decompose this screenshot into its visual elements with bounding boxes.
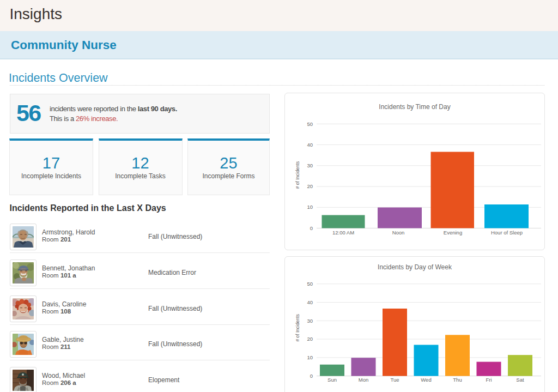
svg-text:Incidents by Time of Day: Incidents by Time of Day	[379, 103, 450, 111]
svg-text:# of Incidents: # of Incidents	[295, 314, 300, 342]
svg-text:50: 50	[307, 121, 313, 127]
svg-text:30: 30	[307, 162, 313, 168]
svg-text:Sun: Sun	[327, 377, 337, 383]
svg-text:Noon: Noon	[392, 230, 405, 236]
svg-text:Hour of Sleep: Hour of Sleep	[491, 230, 523, 236]
svg-text:10: 10	[307, 354, 313, 360]
svg-text:Tue: Tue	[390, 377, 399, 383]
svg-text:Wed: Wed	[421, 377, 431, 383]
svg-text:20: 20	[307, 336, 313, 342]
svg-text:Incidents by Day of Week: Incidents by Day of Week	[378, 263, 452, 271]
svg-text:50: 50	[307, 281, 313, 287]
svg-text:40: 40	[307, 299, 313, 305]
svg-text:Mon: Mon	[359, 377, 368, 383]
svg-text:0: 0	[310, 373, 313, 379]
svg-text:Thu: Thu	[453, 377, 462, 383]
svg-text:10: 10	[307, 204, 313, 210]
svg-text:Evening: Evening	[444, 230, 462, 236]
svg-text:Sat: Sat	[516, 377, 524, 383]
svg-text:30: 30	[307, 318, 313, 324]
svg-text:0: 0	[310, 225, 313, 231]
svg-text:40: 40	[307, 142, 313, 148]
svg-text:20: 20	[307, 183, 313, 189]
svg-text:12:00 AM: 12:00 AM	[332, 230, 354, 236]
svg-text:Fri: Fri	[486, 377, 492, 383]
svg-text:# of Incidents: # of Incidents	[295, 161, 300, 189]
